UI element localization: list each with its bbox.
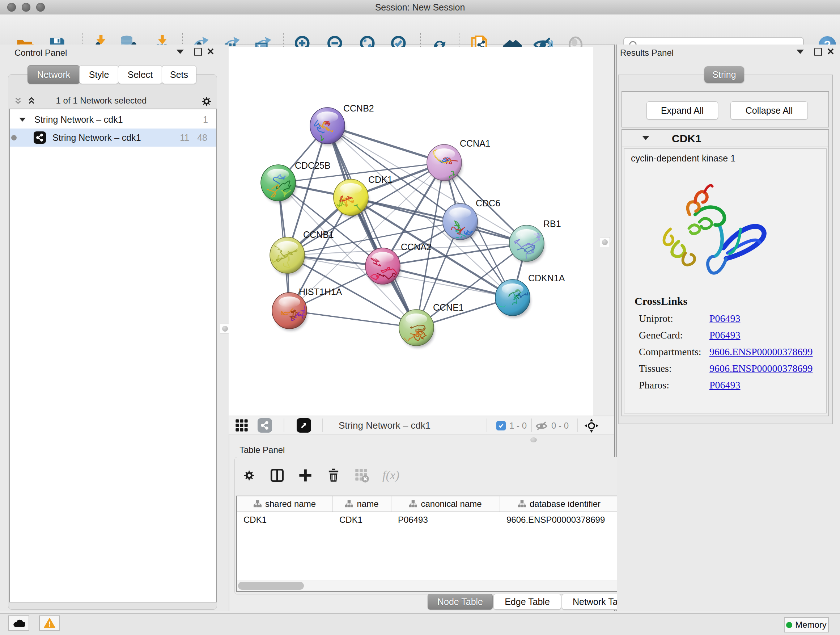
crosslink-link[interactable]: P06493 <box>709 329 741 341</box>
toolbar-separator <box>322 418 323 432</box>
collapse-all-button[interactable]: Collapse All <box>730 101 808 119</box>
network-graph[interactable]: CCNB2CCNA1CDC25BCDK1CDC6RB1CCNB1CCNA2CDK… <box>229 47 593 416</box>
control-panel-tabs: NetworkStyleSelectSets <box>0 65 229 83</box>
protein-section: CDK1 cyclin-dependent kinase 1 <box>622 129 829 416</box>
delete-table-icon[interactable] <box>354 468 369 483</box>
crosslink-label: Compartments: <box>639 346 709 358</box>
status-bar: Memory <box>0 613 840 635</box>
network-node-CCNA1[interactable]: CCNA1 <box>427 138 491 183</box>
network-canvas[interactable]: CCNB2CCNA1CDC25BCDK1CDC6RB1CCNB1CCNA2CDK… <box>229 47 593 416</box>
network-node-CCNB1[interactable]: CCNB1 <box>270 230 334 276</box>
network-edge[interactable] <box>327 126 416 328</box>
table-cell[interactable]: P06493 <box>392 512 500 527</box>
panel-close-icon[interactable] <box>207 48 214 55</box>
results-panel: Results Panel String Expand All Collapse… <box>617 44 840 611</box>
crosslink-link[interactable]: 9606.ENSP00000378699 <box>709 346 813 358</box>
results-content: Expand All Collapse All CDK1 cyclin-depe… <box>618 74 833 424</box>
network-tree-root-row[interactable]: String Network – cdk1 1 <box>10 111 216 128</box>
warning-button[interactable] <box>39 616 60 631</box>
node-label-CCNA1: CCNA1 <box>460 138 491 149</box>
network-node-CDC6[interactable]: CDC6 <box>443 198 500 244</box>
add-column-icon[interactable] <box>298 468 313 483</box>
results-button-bar: Expand All Collapse All <box>622 91 829 127</box>
scrollbar-thumb[interactable] <box>238 582 304 590</box>
attribute-type-icon <box>254 500 262 508</box>
tab-node-table[interactable]: Node Table <box>428 594 493 610</box>
network-share-icon[interactable] <box>257 418 272 432</box>
network-tree-selected-row[interactable]: String Network – cdk1 11 48 <box>10 128 216 147</box>
horizontal-splitter-handle[interactable] <box>531 437 537 442</box>
network-options-gear-icon[interactable] <box>200 95 213 108</box>
network-edge[interactable] <box>383 266 513 298</box>
network-edge[interactable] <box>351 197 527 243</box>
function-builder-icon[interactable]: f(x) <box>382 469 399 482</box>
tree-expand-icon[interactable] <box>19 118 26 122</box>
network-node-CCNB2[interactable]: CCNB2 <box>308 103 374 147</box>
table-toolbar: f(x) <box>242 464 399 487</box>
crosslink-link[interactable]: 9606.ENSP00000378699 <box>709 363 813 374</box>
panel-float-icon[interactable] <box>194 48 202 56</box>
tab-select[interactable]: Select <box>118 65 163 84</box>
main-toolbar: ? <box>0 14 840 45</box>
table-cell[interactable]: CDK1 <box>333 512 392 527</box>
table-settings-gear-icon[interactable] <box>242 468 256 483</box>
grid-view-icon[interactable] <box>234 418 249 432</box>
table-cell[interactable]: 9606.ENSP00000378699 <box>500 512 619 527</box>
memory-button[interactable]: Memory <box>784 617 829 632</box>
crosslink-link[interactable]: P06493 <box>709 313 741 325</box>
tab-string[interactable]: String <box>704 66 744 83</box>
right-splitter-handle[interactable] <box>600 237 610 247</box>
results-close-icon[interactable] <box>827 48 834 55</box>
network-node-CDK1[interactable]: CDK1 <box>333 174 393 218</box>
protein-section-header[interactable]: CDK1 <box>622 130 829 147</box>
network-view-toolbar: String Network – cdk1 1 - 0 0 - 0 <box>229 416 614 434</box>
node-label-RB1: RB1 <box>543 219 561 229</box>
crosslink-row: Compartments:9606.ENSP00000378699 <box>639 344 820 360</box>
panel-menu-icon[interactable] <box>177 50 184 54</box>
node-label-CCNB2: CCNB2 <box>343 103 374 113</box>
left-splitter[interactable] <box>217 44 229 611</box>
crosslink-label: Uniprot: <box>639 313 709 325</box>
selected-counts: 1 - 0 <box>509 421 527 431</box>
attribute-type-icon <box>409 500 417 508</box>
tab-sets[interactable]: Sets <box>162 65 196 84</box>
toolbar-separator <box>486 418 487 432</box>
expand-all-button[interactable]: Expand All <box>646 101 718 119</box>
crosslink-label: Tissues: <box>639 363 709 374</box>
section-collapse-icon[interactable] <box>642 136 649 140</box>
tab-edge-table[interactable]: Edge Table <box>493 594 561 610</box>
hidden-counts: 0 - 0 <box>551 421 569 431</box>
network-node-HIST1H1A[interactable]: HIST1H1A <box>272 287 342 331</box>
table-cell[interactable]: CDK1 <box>237 512 333 527</box>
window-title: Session: New Session <box>0 2 840 13</box>
open-in-window-icon[interactable] <box>297 418 311 432</box>
network-node-RB1[interactable]: RB1 <box>509 219 561 264</box>
crosslink-label: GeneCard: <box>639 329 709 341</box>
network-edge[interactable] <box>289 310 416 328</box>
tab-style[interactable]: Style <box>79 65 118 84</box>
column-header-canonical-name[interactable]: canonical name <box>392 496 500 511</box>
collection-count: 1 <box>203 114 208 125</box>
network-node-CDKN1A[interactable]: CDKN1A <box>485 273 565 318</box>
column-header-database-identifier[interactable]: database identifier <box>500 496 619 511</box>
tab-network[interactable]: Network <box>27 65 80 84</box>
network-selection-bar: 1 of 1 Network selected <box>8 94 216 109</box>
selected-checkbox-icon[interactable] <box>496 421 506 431</box>
column-header-name[interactable]: name <box>333 496 392 511</box>
delete-column-icon[interactable] <box>326 468 341 483</box>
hidden-eye-icon[interactable] <box>535 420 548 432</box>
toolbar-separator <box>577 418 578 432</box>
control-panel-title: Control Panel <box>14 48 67 58</box>
results-float-icon[interactable] <box>814 48 822 56</box>
results-menu-icon[interactable] <box>797 50 804 54</box>
crosslinks-title: CrossLinks <box>635 295 687 307</box>
column-header-shared-name[interactable]: shared name <box>237 496 333 511</box>
cloud-button[interactable] <box>8 616 29 631</box>
table-panel-title: Table Panel <box>240 445 285 455</box>
crosslink-link[interactable]: P06493 <box>709 379 741 391</box>
fit-content-icon[interactable] <box>584 418 599 433</box>
network-selection-status: 1 of 1 Network selected <box>8 96 195 106</box>
node-label-CDKN1A: CDKN1A <box>528 273 565 283</box>
show-columns-icon[interactable] <box>270 468 285 483</box>
right-splitter[interactable] <box>593 47 614 416</box>
